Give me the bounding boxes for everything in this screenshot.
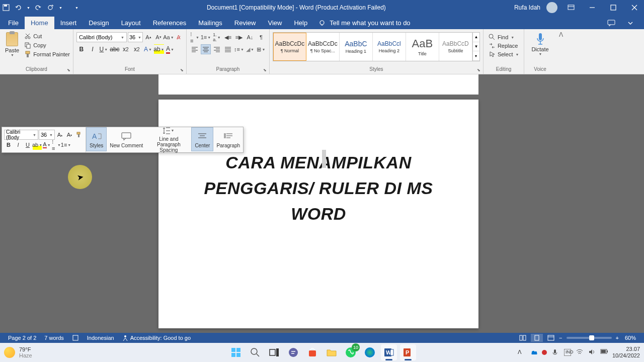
wifi-icon[interactable]	[576, 349, 583, 356]
subscript-button[interactable]: x2	[121, 44, 131, 54]
repeat-icon[interactable]	[46, 4, 54, 12]
sort-button[interactable]: A↓	[245, 32, 255, 42]
find-button[interactable]: Find▼	[487, 33, 521, 41]
underline-button[interactable]: U▼	[99, 44, 109, 54]
mini-bullets[interactable]: ⁝≡▼	[52, 140, 61, 150]
align-right-button[interactable]	[212, 44, 222, 54]
decrease-indent-button[interactable]: ◀≡	[223, 32, 233, 42]
web-layout-button[interactable]	[545, 334, 557, 342]
start-button[interactable]	[228, 344, 244, 360]
multilevel-button[interactable]: 1.a.▼	[212, 32, 222, 42]
paragraph-launcher[interactable]: ⬊	[263, 68, 268, 73]
paste-button[interactable]: Paste ▼	[3, 32, 21, 57]
save-icon[interactable]	[2, 4, 10, 12]
style-subtitle[interactable]: AaBbCcDSubtitle	[439, 33, 472, 61]
file-explorer[interactable]	[324, 344, 340, 360]
justify-button[interactable]	[223, 44, 233, 54]
shopping-app[interactable]	[304, 344, 320, 360]
copy-button[interactable]: Copy	[24, 41, 70, 49]
mini-paragraph[interactable]: Paragraph	[213, 127, 243, 151]
document-text[interactable]: CARA MENAMPILKAN PENGGARIS/ RULER DI MS …	[189, 150, 448, 227]
style-title[interactable]: AaBTitle	[406, 33, 439, 61]
spell-check-icon[interactable]	[68, 334, 83, 341]
tab-file[interactable]: File	[2, 17, 25, 29]
gallery-up[interactable]: ▲	[473, 33, 479, 42]
tab-references[interactable]: References	[147, 17, 192, 29]
word-app[interactable]: W	[381, 344, 397, 360]
shading-button[interactable]: ◢▼	[245, 44, 255, 54]
numbering-button[interactable]: 1≡▼	[201, 32, 211, 42]
align-left-button[interactable]	[190, 44, 200, 54]
tab-mailings[interactable]: Mailings	[192, 17, 228, 29]
word-count[interactable]: 7 words	[40, 335, 68, 341]
mini-highlight[interactable]: ab▼	[33, 140, 42, 150]
tab-design[interactable]: Design	[83, 17, 115, 29]
mini-numbering[interactable]: 1≡▼	[61, 140, 70, 150]
style-normal[interactable]: AaBbCcDc¶ Normal	[273, 33, 306, 61]
strikethrough-button[interactable]: abc	[110, 44, 120, 54]
align-center-button[interactable]	[201, 44, 211, 54]
ribbon-display-icon[interactable]	[564, 2, 579, 14]
avatar[interactable]	[546, 2, 557, 13]
cut-button[interactable]: Cut	[24, 32, 70, 40]
italic-button[interactable]: I	[88, 44, 98, 54]
user-name[interactable]: Rufa Idah	[514, 4, 540, 11]
language[interactable]: Indonesian	[83, 335, 118, 341]
highlight-button[interactable]: ab▼	[154, 44, 164, 54]
font-name-input[interactable]: Calibri (Body)▼	[76, 32, 127, 42]
comments-icon[interactable]	[604, 17, 619, 29]
redo-icon[interactable]	[34, 4, 42, 12]
accessibility[interactable]: Accessibility: Good to go	[118, 335, 195, 341]
volume-icon[interactable]	[588, 349, 595, 356]
line-spacing-button[interactable]: ↕≡▼	[234, 44, 244, 54]
change-case-button[interactable]: Aa▼	[164, 32, 173, 42]
mini-font-color[interactable]: A▼	[42, 140, 51, 150]
format-painter-button[interactable]: Format Painter	[24, 50, 70, 58]
borders-button[interactable]: ⊞▼	[256, 44, 266, 54]
text-effects-button[interactable]: A▼	[143, 44, 153, 54]
print-layout-button[interactable]	[531, 334, 543, 342]
mini-new-comment[interactable]: New Comment	[107, 127, 146, 151]
gallery-more[interactable]: ▾	[473, 51, 479, 61]
tab-home[interactable]: Home	[25, 17, 54, 29]
mini-format-painter[interactable]	[74, 130, 84, 140]
style-nospacing[interactable]: AaBbCcDc¶ No Spac...	[306, 33, 340, 61]
search-button[interactable]	[247, 344, 263, 360]
increase-indent-button[interactable]: ≡▶	[234, 32, 244, 42]
font-color-button[interactable]: A▼	[165, 44, 175, 54]
tell-me-search[interactable]: Tell me what you want to do	[313, 17, 415, 29]
clear-format-button[interactable]: A̷	[174, 32, 183, 42]
read-mode-button[interactable]	[517, 334, 529, 342]
show-marks-button[interactable]: ¶	[256, 32, 266, 42]
mini-bold[interactable]: B	[4, 140, 13, 150]
dictate-button[interactable]: Dictate ▼	[527, 30, 552, 58]
powerpoint-app[interactable]: P	[400, 344, 416, 360]
tab-layout[interactable]: Layout	[115, 17, 147, 29]
font-size-input[interactable]: 36▼	[128, 32, 143, 42]
mini-shrink-font[interactable]: A▾	[65, 130, 74, 140]
gallery-down[interactable]: ▼	[473, 42, 479, 52]
zoom-slider[interactable]	[567, 337, 612, 339]
superscript-button[interactable]: x2	[132, 44, 142, 54]
weather-widget[interactable]: 79°F Haze	[4, 346, 32, 358]
mini-font-name[interactable]: Calibri (Body▼	[4, 130, 38, 140]
clock-time[interactable]: 23.07	[612, 346, 640, 352]
bold-button[interactable]: B	[76, 44, 87, 54]
mini-styles[interactable]: A Styles	[86, 127, 107, 151]
replace-button[interactable]: Replace	[487, 42, 521, 50]
undo-icon[interactable]	[14, 4, 22, 12]
close-button[interactable]	[627, 2, 642, 14]
mini-center[interactable]: Center	[191, 127, 213, 151]
battery-icon[interactable]	[600, 349, 607, 356]
style-heading1[interactable]: AaBbCHeading 1	[340, 33, 373, 61]
maximize-button[interactable]	[606, 2, 621, 14]
zoom-level[interactable]: 60%	[621, 335, 640, 341]
tab-insert[interactable]: Insert	[54, 17, 83, 29]
undo-dropdown[interactable]: ▼	[27, 6, 30, 10]
microphone-tray-icon[interactable]	[552, 349, 559, 356]
mini-italic[interactable]: I	[14, 140, 23, 150]
page-count[interactable]: Page 2 of 2	[4, 335, 40, 341]
collapse-ribbon-icon[interactable]	[623, 17, 638, 29]
clock-date[interactable]: 10/24/2022	[612, 352, 640, 359]
zoom-in[interactable]: +	[616, 335, 619, 341]
